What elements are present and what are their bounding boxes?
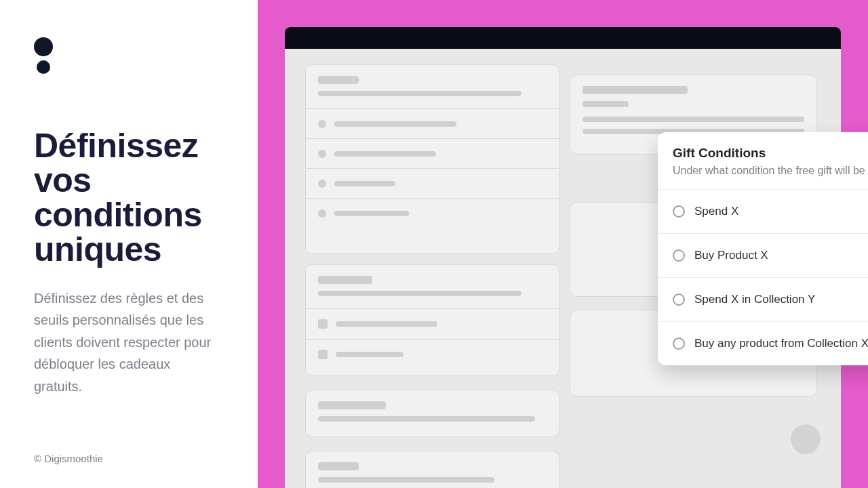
brand-logo-icon bbox=[34, 37, 54, 78]
gift-conditions-dialog: Gift Conditions Under what condition the… bbox=[658, 132, 868, 365]
option-label: Buy Product X bbox=[694, 249, 768, 262]
floating-action-button[interactable] bbox=[791, 424, 821, 454]
radio-icon bbox=[673, 249, 685, 262]
dialog-title: Gift Conditions bbox=[673, 146, 868, 161]
option-spend-x[interactable]: Spend X bbox=[658, 190, 868, 234]
preview-panel: Gift Conditions Under what condition the… bbox=[258, 0, 868, 488]
copyright-text: © Digismoothie bbox=[34, 453, 103, 464]
skeleton-card bbox=[305, 64, 559, 254]
window-titlebar bbox=[285, 27, 841, 49]
radio-icon bbox=[673, 293, 685, 306]
skeleton-card bbox=[305, 264, 559, 376]
option-buy-product-x[interactable]: Buy Product X bbox=[658, 234, 868, 278]
option-label: Spend X in Collection Y bbox=[694, 293, 815, 306]
headline-text: Définissez vos conditions uniques bbox=[34, 129, 217, 267]
dialog-subtitle: Under what condition the free gift will … bbox=[673, 165, 868, 177]
option-label: Spend X bbox=[694, 205, 738, 218]
option-label: Buy any product from Collection X bbox=[694, 337, 868, 350]
subheadline-text: Définissez des règles et des seuils pers… bbox=[34, 287, 217, 397]
skeleton-card bbox=[305, 451, 559, 488]
skeleton-card bbox=[305, 390, 559, 437]
option-buy-from-collection-x[interactable]: Buy any product from Collection X bbox=[658, 322, 868, 365]
radio-icon bbox=[673, 338, 685, 350]
option-spend-x-collection-y[interactable]: Spend X in Collection Y bbox=[658, 278, 868, 322]
sidebar-panel: Définissez vos conditions uniques Défini… bbox=[0, 0, 258, 488]
radio-icon bbox=[673, 205, 685, 218]
